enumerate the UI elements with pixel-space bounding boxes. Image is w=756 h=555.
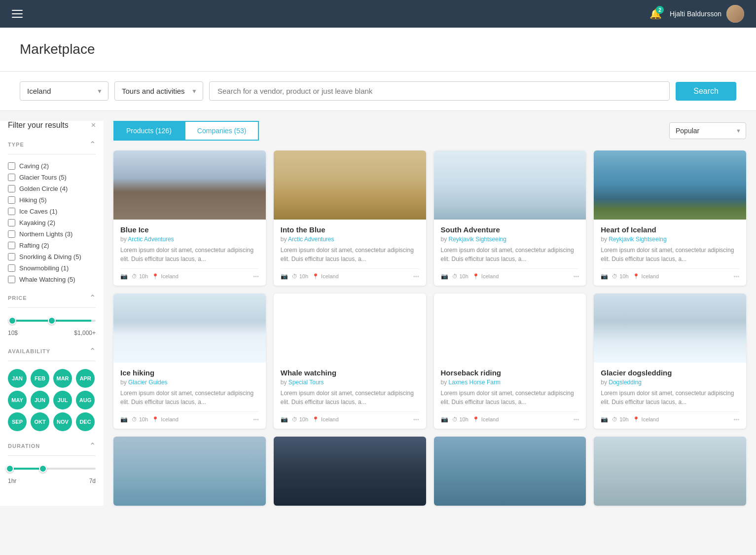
card-duration: ⏱ 10h (292, 273, 308, 279)
vendor-link[interactable]: Laxnes Horse Farm (449, 379, 501, 386)
month-btn[interactable]: JUL (53, 391, 72, 409)
month-btn[interactable]: SEP (8, 412, 27, 431)
card-duration: ⏱ 10h (292, 416, 308, 422)
type-checkbox[interactable] (8, 219, 15, 226)
type-checkbox[interactable] (8, 174, 15, 181)
type-filter-item[interactable]: Hiking (5) (8, 196, 96, 204)
type-section-toggle[interactable]: ⌃ (89, 140, 96, 149)
camera-icon: 📷 (281, 416, 288, 423)
more-options-icon[interactable]: ••• (413, 416, 419, 422)
sort-select[interactable]: Popular Price: Low to High Price: High t… (669, 122, 746, 139)
card-body: South Adventure by Reykjavik Sightseeing… (434, 220, 586, 286)
price-section-title: PRICE (8, 295, 27, 301)
card-body: Into the Blue by Arctic Adventures Lorem… (274, 220, 426, 286)
type-filter-item[interactable]: Snorkling & Diving (5) (8, 253, 96, 260)
month-btn[interactable]: JAN (8, 369, 27, 388)
vendor-link[interactable]: Dogsledding (609, 379, 642, 386)
month-btn[interactable]: FEB (31, 369, 49, 388)
card-body: Horseback riding by Laxnes Horse Farm Lo… (434, 363, 586, 429)
card-desc: Lorem ipsum dolor sit amet, consectetur … (281, 246, 419, 263)
clock-icon: ⏱ (132, 273, 137, 279)
type-filter-item[interactable]: Glacier Tours (5) (8, 174, 96, 181)
more-options-icon[interactable]: ••• (733, 416, 739, 422)
type-checkbox-label: Glacier Tours (5) (19, 174, 67, 181)
location-select[interactable]: Iceland Greenland Norway (20, 81, 108, 101)
type-checkbox[interactable] (8, 162, 15, 170)
type-checkbox[interactable] (8, 185, 15, 192)
type-checkbox[interactable] (8, 230, 15, 238)
type-checkbox[interactable] (8, 208, 15, 215)
product-card[interactable] (434, 437, 586, 506)
month-btn[interactable]: AUG (76, 391, 95, 409)
more-options-icon[interactable]: ••• (574, 273, 579, 279)
notification-button[interactable]: 🔔 2 (649, 8, 662, 20)
card-duration: ⏱ 10h (132, 416, 148, 422)
pin-icon: 📍 (152, 273, 159, 280)
card-location: 📍 Iceland (472, 273, 499, 280)
product-card[interactable]: Whale watching by Special Tours Lorem ip… (274, 294, 426, 429)
category-select[interactable]: Tours and activities Equipment Accommoda… (114, 81, 203, 101)
type-filter-item[interactable]: Northern Lights (3) (8, 230, 96, 238)
type-checkbox[interactable] (8, 242, 15, 249)
pin-icon: 📍 (633, 416, 640, 423)
product-card[interactable]: Glacier dogsledding by Dogsledding Lorem… (594, 294, 746, 429)
more-options-icon[interactable]: ••• (733, 273, 739, 279)
more-options-icon[interactable]: ••• (413, 273, 419, 279)
search-input[interactable] (209, 81, 670, 101)
product-card[interactable]: Heart of Iceland by Reykjavik Sightseein… (594, 150, 746, 286)
product-card[interactable]: South Adventure by Reykjavik Sightseeing… (434, 150, 586, 286)
price-slider[interactable] (8, 316, 96, 326)
type-checkbox[interactable] (8, 196, 15, 204)
price-section-toggle[interactable]: ⌃ (89, 293, 96, 302)
type-checkbox-label: Golden Circle (4) (19, 185, 68, 192)
type-checkbox[interactable] (8, 253, 15, 260)
product-card[interactable]: Ice hiking by Glacier Guides Lorem ipsum… (113, 294, 266, 429)
duration-section-toggle[interactable]: ⌃ (89, 441, 96, 450)
clock-icon: ⏱ (612, 416, 617, 422)
more-options-icon[interactable]: ••• (574, 416, 579, 422)
type-filter-item[interactable]: Snowmobiling (1) (8, 264, 96, 272)
month-btn[interactable]: MAY (8, 391, 27, 409)
product-card[interactable] (594, 437, 746, 506)
tab-products[interactable]: Products (126) (113, 121, 184, 141)
product-card[interactable]: Blue Ice by Arctic Adventures Lorem ipsu… (113, 150, 266, 286)
top-navigation: 🔔 2 Hjalti Baldursson (0, 0, 756, 28)
month-btn[interactable]: NOV (53, 412, 72, 431)
hamburger-menu[interactable] (12, 10, 23, 18)
product-card[interactable]: Into the Blue by Arctic Adventures Lorem… (274, 150, 426, 286)
card-duration: ⏱ 10h (612, 273, 628, 279)
filter-header: Filter your results × (8, 121, 96, 130)
type-filter-item[interactable]: Kayaking (2) (8, 219, 96, 226)
month-btn[interactable]: DEC (76, 412, 95, 431)
month-btn[interactable]: APR (76, 369, 95, 388)
product-card[interactable]: Horseback riding by Laxnes Horse Farm Lo… (434, 294, 586, 429)
vendor-link[interactable]: Glacier Guides (128, 379, 167, 386)
card-location: 📍 Iceland (633, 273, 659, 280)
vendor-link[interactable]: Reykjavik Sightseeing (449, 236, 506, 243)
vendor-link[interactable]: Reykjavik Sightseeing (609, 236, 666, 243)
month-btn[interactable]: JUN (31, 391, 49, 409)
camera-icon: 📷 (120, 416, 128, 423)
availability-section-toggle[interactable]: ⌃ (89, 346, 96, 356)
type-filter-item[interactable]: Ice Caves (1) (8, 208, 96, 215)
month-btn[interactable]: OKT (31, 412, 49, 431)
more-options-icon[interactable]: ••• (253, 273, 259, 279)
vendor-link[interactable]: Arctic Adventures (288, 236, 334, 243)
tab-companies[interactable]: Companies (53) (184, 121, 259, 141)
vendor-link[interactable]: Arctic Adventures (128, 236, 174, 243)
type-filter-item[interactable]: Whale Watching (5) (8, 276, 96, 283)
filter-close-button[interactable]: × (91, 121, 96, 130)
month-btn[interactable]: MAR (53, 369, 72, 388)
vendor-link[interactable]: Special Tours (288, 379, 324, 386)
type-checkbox[interactable] (8, 276, 15, 283)
type-checkbox[interactable] (8, 264, 15, 272)
more-options-icon[interactable]: ••• (253, 416, 259, 422)
type-filter-item[interactable]: Caving (2) (8, 162, 96, 170)
type-filter-item[interactable]: Rafting (2) (8, 242, 96, 249)
card-title: South Adventure (441, 225, 579, 234)
product-card[interactable] (274, 437, 426, 506)
search-button[interactable]: Search (676, 82, 736, 101)
duration-slider[interactable] (8, 464, 96, 474)
product-card[interactable] (113, 437, 266, 506)
type-filter-item[interactable]: Golden Circle (4) (8, 185, 96, 192)
